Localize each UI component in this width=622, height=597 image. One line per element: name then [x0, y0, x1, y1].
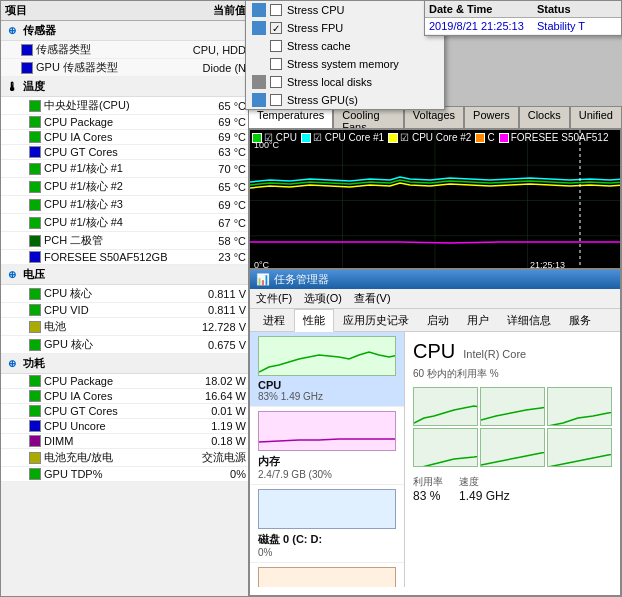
legend-core2-color [388, 133, 398, 143]
sensor-type-row[interactable]: 传感器类型 CPU, HDD [1, 41, 254, 59]
section-power[interactable]: ⊕ 功耗 [1, 354, 254, 374]
cpu-chart-3 [547, 387, 612, 426]
row-indicator [29, 452, 41, 464]
table-row[interactable]: GPU 核心 0.675 V [1, 336, 254, 354]
gpu-sensor-name: GPU 传感器类型 [36, 60, 170, 75]
stress-gpu-item[interactable]: Stress GPU(s) [246, 91, 444, 109]
cpu-chart-label: 60 秒内的利用率 % [413, 367, 612, 381]
table-row[interactable]: CPU #1/核心 #1 70 °C [1, 160, 254, 178]
cpu-chart-svg-1 [414, 388, 477, 425]
tab-users[interactable]: 用户 [458, 309, 498, 331]
row-name: CPU Package [44, 116, 170, 128]
sensors-icon: ⊕ [5, 24, 19, 38]
row-indicator [29, 163, 41, 175]
stress-disk-checkbox[interactable] [270, 76, 282, 88]
table-row[interactable]: 中央处理器(CPU) 65 °C [1, 97, 254, 115]
stress-memory-item[interactable]: Stress system memory [246, 55, 444, 73]
stress-cpu-item[interactable]: Stress CPU [246, 1, 444, 19]
row-value: 12.728 V [170, 321, 250, 333]
tab-performance[interactable]: 性能 [294, 309, 334, 332]
legend-foresee-label: FORESEE S50AF512 [511, 132, 609, 143]
row-indicator [29, 435, 41, 447]
section-sensors[interactable]: ⊕ 传感器 [1, 21, 254, 41]
table-row[interactable]: CPU Package 69 °C [1, 115, 254, 130]
row-indicator [29, 116, 41, 128]
list-item-cpu[interactable]: CPU 83% 1.49 GHz [250, 332, 404, 407]
table-row[interactable]: CPU 核心 0.811 V [1, 285, 254, 303]
stress-cpu-label: Stress CPU [287, 4, 344, 16]
section-temperature[interactable]: 🌡 温度 [1, 77, 254, 97]
table-row[interactable]: CPU GT Cores 63 °C [1, 145, 254, 160]
temp-label: 温度 [23, 79, 45, 94]
stress-gpu-label: Stress GPU(s) [287, 94, 358, 106]
datetime-value: 2019/8/21 21:25:13 [429, 20, 537, 32]
table-row[interactable]: CPU #1/核心 #3 69 °C [1, 196, 254, 214]
table-row[interactable]: CPU #1/核心 #2 65 °C [1, 178, 254, 196]
row-value: 18.02 W [170, 375, 250, 387]
gpu-sensor-type-row[interactable]: GPU 传感器类型 Diode (N [1, 59, 254, 77]
tab-app-history[interactable]: 应用历史记录 [334, 309, 418, 331]
row-value: 69 °C [170, 131, 250, 143]
row-indicator [29, 288, 41, 300]
cpu-chart-svg-4 [414, 429, 477, 466]
table-row[interactable]: FORESEE S50AF512GB 23 °C [1, 250, 254, 265]
section-voltage[interactable]: ⊕ 电压 [1, 265, 254, 285]
stress-cache-item[interactable]: Stress cache [246, 37, 444, 55]
stress-cache-checkbox[interactable] [270, 40, 282, 52]
table-row[interactable]: 电池 12.728 V [1, 318, 254, 336]
list-item-wifi[interactable]: Wi-Fi WLAN [250, 563, 404, 587]
table-row[interactable]: CPU VID 0.811 V [1, 303, 254, 318]
row-name: 中央处理器(CPU) [44, 98, 170, 113]
col-item-label: 项目 [5, 3, 165, 18]
row-indicator [29, 235, 41, 247]
legend-c-color [475, 133, 485, 143]
row-indicator [29, 100, 41, 112]
row-name: CPU Uncore [44, 420, 170, 432]
stress-cpu-checkbox[interactable] [270, 4, 282, 16]
stress-memory-checkbox[interactable] [270, 58, 282, 70]
tab-startup[interactable]: 启动 [418, 309, 458, 331]
table-row[interactable]: CPU GT Cores 0.01 W [1, 404, 254, 419]
row-indicator [29, 251, 41, 263]
legend-foresee: FORESEE S50AF512 [499, 132, 609, 143]
table-row[interactable]: CPU IA Cores 16.64 W [1, 389, 254, 404]
cpu-chart-svg-2 [481, 388, 544, 425]
stress-disk-item[interactable]: Stress local disks [246, 73, 444, 91]
table-row[interactable]: PCH 二极管 58 °C [1, 232, 254, 250]
disk-list-value: 0% [258, 547, 396, 558]
stress-fpu-item[interactable]: Stress FPU [246, 19, 444, 37]
row-value: 0% [170, 468, 250, 480]
table-row[interactable]: CPU Uncore 1.19 W [1, 419, 254, 434]
table-row[interactable]: CPU IA Cores 69 °C [1, 130, 254, 145]
tab-details[interactable]: 详细信息 [498, 309, 560, 331]
list-item-memory[interactable]: 内存 2.4/7.9 GB (30% [250, 407, 404, 485]
stress-fpu-checkbox[interactable] [270, 22, 282, 34]
list-item-disk[interactable]: 磁盘 0 (C: D: 0% [250, 485, 404, 563]
table-row[interactable]: CPU #1/核心 #4 67 °C [1, 214, 254, 232]
menu-options[interactable]: 选项(O) [304, 291, 342, 306]
cpu-stats: 利用率 83 % 速度 1.49 GHz [413, 475, 612, 503]
stress-cache-label: Stress cache [287, 40, 351, 52]
disk-stress-icon [252, 75, 266, 89]
taskmanager-left-panel[interactable]: CPU 83% 1.49 GHz 内存 2.4/7.9 GB (30% 磁盘 0… [250, 332, 405, 587]
mem-list-value: 2.4/7.9 GB (30% [258, 469, 396, 480]
cpu-charts-grid [413, 387, 612, 467]
menu-view[interactable]: 查看(V) [354, 291, 391, 306]
menu-file[interactable]: 文件(F) [256, 291, 292, 306]
row-name: DIMM [44, 435, 170, 447]
hwinfo-content[interactable]: ⊕ 传感器 传感器类型 CPU, HDD GPU 传感器类型 Diode (N … [1, 21, 254, 576]
stress-gpu-checkbox[interactable] [270, 94, 282, 106]
row-value: 0.01 W [170, 405, 250, 417]
table-row[interactable]: DIMM 0.18 W [1, 434, 254, 449]
row-name: CPU IA Cores [44, 131, 170, 143]
table-row[interactable]: 电池充电/放电 交流电源 [1, 449, 254, 467]
table-row[interactable]: CPU Package 18.02 W [1, 374, 254, 389]
tab-process[interactable]: 进程 [254, 309, 294, 331]
row-value: 70 °C [170, 163, 250, 175]
stat-utilization: 利用率 83 % [413, 475, 443, 503]
power-label: 功耗 [23, 356, 45, 371]
stat-speed: 速度 1.49 GHz [459, 475, 510, 503]
table-row[interactable]: GPU TDP% 0% [1, 467, 254, 482]
row-value: 63 °C [170, 146, 250, 158]
tab-services[interactable]: 服务 [560, 309, 600, 331]
